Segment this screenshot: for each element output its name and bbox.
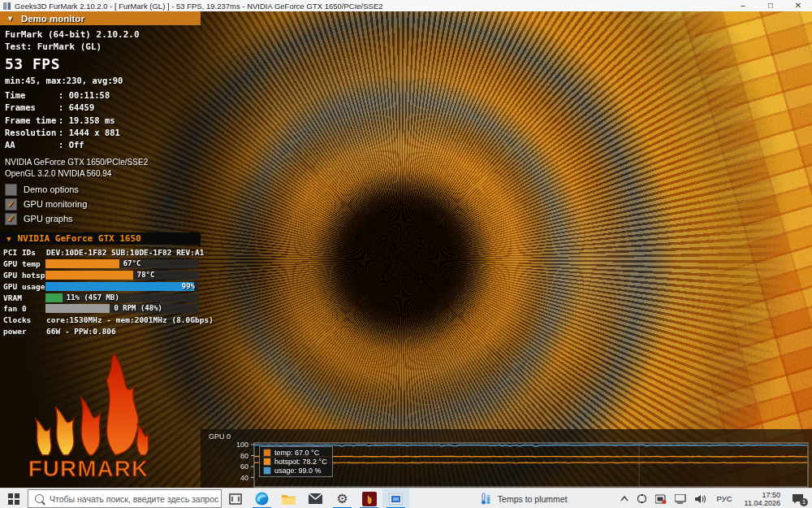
thermometer-icon xyxy=(480,493,493,506)
bar-track: 78°C xyxy=(45,271,199,280)
taskbar-mail-icon[interactable] xyxy=(302,488,329,508)
checked-checkbox-icon[interactable]: ✓ xyxy=(5,198,17,211)
tray-meet-now-icon[interactable] xyxy=(637,493,647,504)
search-icon xyxy=(35,494,44,503)
demo-monitor-header[interactable]: ▼ Demo monitor xyxy=(0,11,201,25)
options-checkboxes: Demo options✓GPU monitoring✓GPU graphs xyxy=(5,182,87,226)
monitor-row-power: power66W - PPW:0.806 xyxy=(0,326,201,337)
gpu-section-header[interactable]: ▼ NVIDIA GeForce GTX 1650 xyxy=(0,232,201,245)
bar-fill xyxy=(45,293,63,302)
taskbar-active-window-icon[interactable] xyxy=(382,488,409,508)
stat-line: AA: Off xyxy=(5,140,120,152)
app-icon xyxy=(3,2,11,10)
fps-minmax: min:45, max:230, avg:90 xyxy=(5,76,123,85)
bar-fill xyxy=(45,282,194,291)
legend-item: temp: 67.0 °C xyxy=(263,449,327,457)
tray-capture-icon[interactable] xyxy=(655,494,667,504)
taskbar-weather-widget[interactable]: Temps to plummet xyxy=(480,493,568,506)
monitor-row-fan-0: fan 00 RPM (48%) xyxy=(0,303,201,315)
furmark-logo-text: FURMARK xyxy=(28,456,149,481)
clock-date: 11.04.2026 xyxy=(745,499,780,507)
taskbar-file-explorer-icon[interactable] xyxy=(275,488,302,508)
tray-clock[interactable]: 17:50 11.04.2026 xyxy=(745,491,780,507)
checkbox-gpu-monitoring[interactable]: ✓GPU monitoring xyxy=(5,197,87,211)
clock-time: 17:50 xyxy=(745,491,780,499)
monitor-row-gpu-usage: GPU usage99% xyxy=(0,281,201,293)
notification-badge: 1 xyxy=(800,498,808,506)
legend-swatch xyxy=(263,449,271,457)
bar-track: 11% (457 MB) xyxy=(45,293,199,302)
close-button[interactable]: ✕ xyxy=(784,0,812,11)
legend-item: hotspot: 78.2 °C xyxy=(263,458,327,466)
checked-checkbox-icon[interactable]: ✓ xyxy=(5,213,17,225)
legend-swatch xyxy=(263,458,271,466)
furmark-window: Geeks3D FurMark 2.10.2.0 - [ FurMark (GL… xyxy=(0,0,812,508)
notification-center-icon[interactable]: 1 xyxy=(792,493,804,504)
bar-fill xyxy=(45,259,119,268)
checkbox-demo-options[interactable]: Demo options xyxy=(5,182,87,197)
taskbar-settings-icon[interactable]: ⚙ xyxy=(329,488,356,508)
tray-volume-icon[interactable] xyxy=(695,494,707,504)
taskbar-edge-icon[interactable] xyxy=(248,488,275,508)
window-title: Geeks3D FurMark 2.10.2.0 - [ FurMark (GL… xyxy=(15,2,383,11)
stat-line: Frame time: 19.358 ms xyxy=(5,115,120,128)
bar-fill xyxy=(45,271,133,280)
collapse-triangle-icon: ▼ xyxy=(6,15,14,23)
test-line: Test: FurMark (GL) xyxy=(5,41,102,52)
legend-item: usage: 99.0 % xyxy=(263,467,327,475)
graph-gpu-label: GPU 0 xyxy=(209,432,231,441)
gpu-graph-overlay: GPU 0 100806040 temp: 67.0 °Chotspot: 78… xyxy=(201,429,812,488)
app-version-line: FurMark (64-bit) 2.10.2.0 xyxy=(5,29,140,40)
opengl-line: OpenGL 3.2.0 NVIDIA 560.94 xyxy=(5,169,111,178)
tray-chevron-up-icon[interactable] xyxy=(620,496,628,501)
monitor-row-clocks: Clockscore:1530MHz - mem:2001MHz (8.0Gbp… xyxy=(0,315,201,326)
furmark-logo: FURMARK xyxy=(18,351,160,483)
start-button[interactable] xyxy=(0,488,28,508)
taskbar: Чтобы начать поиск, введите здесь запрос… xyxy=(0,488,812,508)
monitor-row-vram: VRAM11% (457 MB) xyxy=(0,293,201,304)
taskbar-search-input[interactable]: Чтобы начать поиск, введите здесь запрос xyxy=(28,489,222,508)
checkbox-gpu-graphs[interactable]: ✓GPU graphs xyxy=(5,211,87,226)
task-view-button[interactable] xyxy=(222,488,248,508)
title-bar: Geeks3D FurMark 2.10.2.0 - [ FurMark (GL… xyxy=(0,0,812,11)
gpu-name-line: NVIDIA GeForce GTX 1650/PCIe/SSE2 xyxy=(5,158,148,167)
y-axis-tick: 40 xyxy=(240,474,248,482)
unchecked-checkbox-icon[interactable] xyxy=(5,184,17,196)
y-axis-tick: 80 xyxy=(240,452,248,460)
gpu-monitoring-rows: PCI IDsDEV:10DE-1F82 SUB:10DE-1F82 REV:A… xyxy=(0,247,201,337)
tray-language-indicator[interactable]: РУС xyxy=(717,494,732,503)
monitor-row-gpu-temp: GPU temp67°C xyxy=(0,258,201,270)
stats-block: Time: 00:11:58Frames: 64459Frame time: 1… xyxy=(5,90,120,152)
search-placeholder: Чтобы начать поиск, введите здесь запрос xyxy=(50,494,218,504)
bar-track: 99% xyxy=(45,282,199,291)
graph-legend: temp: 67.0 °Chotspot: 78.2 °Cusage: 99.0… xyxy=(259,446,333,477)
bar-track: 0 RPM (48%) xyxy=(45,304,199,313)
maximize-button[interactable]: □ xyxy=(757,0,784,11)
collapse-triangle-icon: ▼ xyxy=(6,235,11,243)
monitor-row-pci-ids: PCI IDsDEV:10DE-1F82 SUB:10DE-1F82 REV:A… xyxy=(0,247,201,258)
gear-icon: ⚙ xyxy=(336,493,348,506)
stat-line: Frames: 64459 xyxy=(5,102,120,115)
minimize-button[interactable]: – xyxy=(729,0,757,11)
bar-track: 67°C xyxy=(45,259,199,268)
legend-swatch xyxy=(263,467,271,475)
stat-line: Resolution: 1444 x 881 xyxy=(5,128,120,140)
stat-line: Time: 00:11:58 xyxy=(5,90,120,102)
taskbar-furmark-icon[interactable] xyxy=(356,488,382,508)
tray-network-display-icon[interactable] xyxy=(675,494,687,504)
y-axis-tick: 60 xyxy=(240,462,248,471)
series-line-hotspot xyxy=(254,456,807,457)
series-line-temp xyxy=(254,462,807,463)
fps-counter: 53 FPS xyxy=(5,55,60,72)
monitor-row-gpu-hotspot: GPU hotspot78°C xyxy=(0,270,201,281)
y-axis-tick: 100 xyxy=(236,441,248,449)
bar-fill xyxy=(45,304,110,313)
